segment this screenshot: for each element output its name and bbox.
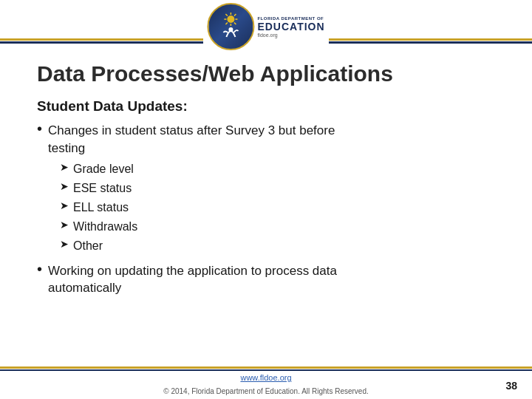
sub-text-withdrawals: Withdrawals (73, 218, 137, 236)
bullet-content-2: Working on updating the application to p… (48, 262, 337, 298)
slide: FLORIDA DEPARTMENT OF EDUCATION fldoe.or… (0, 0, 532, 399)
bullet-text-2: Working on updating the application to p… (48, 264, 337, 296)
logo-text-area: FLORIDA DEPARTMENT OF EDUCATION fldoe.or… (257, 16, 324, 38)
sub-text-other: Other (73, 237, 103, 255)
footer-link[interactable]: www.fldoe.org (163, 373, 369, 382)
logo-wrapper: FLORIDA DEPARTMENT OF EDUCATION fldoe.or… (207, 3, 324, 50)
gold-line-right (329, 38, 532, 41)
page-number: 38 (505, 380, 517, 392)
arrow-icon-5: ➤ (60, 238, 69, 250)
arrow-icon-4: ➤ (60, 219, 69, 231)
svg-line-7 (234, 14, 236, 16)
bullet-1-text-line2: testing (48, 141, 85, 155)
navy-line-right (329, 41, 532, 44)
bullet-item-2: • Working on updating the application to… (37, 262, 510, 298)
sub-item-other: ➤ Other (60, 237, 335, 255)
bullet-1-text-line1: Changes in student status after Survey 3… (48, 123, 335, 137)
gold-line-bottom (0, 366, 532, 369)
sub-item-withdrawals: ➤ Withdrawals (60, 218, 335, 236)
footer: www.fldoe.org © 2014, Florida Department… (0, 371, 532, 399)
bullet-dot-2: • (37, 261, 42, 278)
bullet-dot-1: • (37, 120, 42, 137)
bullet-content-1: Changes in student status after Survey 3… (48, 122, 335, 256)
main-content: Data Processes/Web Applications Student … (37, 55, 510, 355)
svg-point-0 (227, 16, 234, 23)
sub-item-ell: ➤ ELL status (60, 199, 335, 216)
bullet-2-text-line1: Working on updating the application to p… (48, 264, 337, 278)
svg-line-6 (234, 23, 236, 25)
sub-text-ell: ELL status (73, 199, 129, 216)
slide-title: Data Processes/Web Applications (37, 61, 510, 86)
logo-url: fldoe.org (257, 33, 277, 38)
logo-area: FLORIDA DEPARTMENT OF EDUCATION fldoe.or… (207, 0, 324, 50)
section-heading: Student Data Updates: (37, 98, 510, 115)
navy-line-left (0, 41, 203, 44)
arrow-icon-2: ➤ (60, 180, 69, 192)
footer-content: www.fldoe.org © 2014, Florida Department… (163, 373, 369, 397)
footer-copyright: © 2014, Florida Department of Education.… (163, 387, 369, 395)
bullet-item-1: • Changes in student status after Survey… (37, 122, 510, 256)
header-line-right (329, 38, 532, 44)
arrow-icon-1: ➤ (60, 161, 69, 173)
svg-line-5 (225, 14, 228, 16)
bullet-2-text-line2: automatically (48, 281, 121, 295)
sub-list-1: ➤ Grade level ➤ ESE status ➤ ELL status (60, 160, 335, 255)
sub-item-grade: ➤ Grade level (60, 160, 335, 178)
header-line-left (0, 38, 203, 44)
logo-circle (207, 3, 254, 50)
bullet-text-1-line1: Changes in student status after Survey 3… (48, 123, 335, 155)
arrow-icon-3: ➤ (60, 200, 69, 211)
sub-text-ese: ESE status (73, 180, 132, 197)
sub-text-grade: Grade level (73, 160, 134, 178)
svg-line-8 (225, 23, 228, 25)
bullet-list: • Changes in student status after Survey… (37, 122, 510, 297)
sub-item-ese: ➤ ESE status (60, 180, 335, 197)
logo-org-line2: EDUCATION (257, 21, 324, 33)
gold-line-left (0, 38, 203, 41)
